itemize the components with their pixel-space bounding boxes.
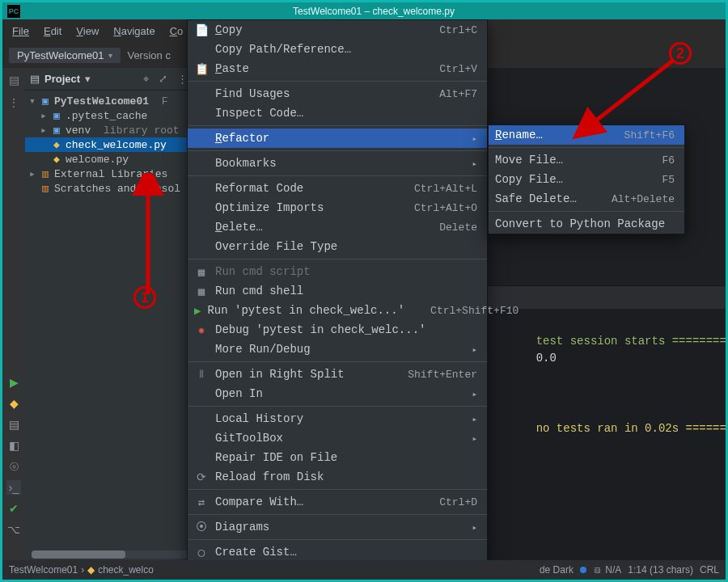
menu-item[interactable]: ⟳Reload from Disk — [188, 467, 487, 487]
structure-icon[interactable]: ▤ — [6, 417, 21, 432]
menu-item[interactable]: Find UsagesAlt+F7 — [188, 84, 487, 103]
menu-item[interactable]: Open In▸ — [188, 384, 487, 403]
menu-item[interactable]: Local History▸ — [188, 409, 487, 428]
status-line-sep[interactable]: CRL — [700, 564, 719, 576]
vcs-icon[interactable]: ⦾ — [6, 459, 21, 474]
tree-scratches[interactable]: ▥Scratches and Consol — [25, 181, 195, 196]
horizontal-scrollbar[interactable] — [32, 550, 188, 559]
menu-item[interactable]: Delete…Delete — [188, 217, 487, 237]
menu-item[interactable]: Copy File…F5 — [489, 170, 684, 189]
expand-icon[interactable]: ⤢ — [156, 73, 170, 85]
menu-view[interactable]: View — [70, 23, 105, 40]
project-selector[interactable]: PyTestWelcome01 ▾ — [9, 48, 121, 63]
menu-item[interactable]: ✸Debug 'pytest in check_welc...' — [188, 320, 487, 340]
project-pane-title: Project — [44, 73, 80, 85]
window-title: TestWelcome01 – check_welcome.py — [27, 6, 721, 17]
menu-item[interactable]: ⇄Compare With…Ctrl+D — [188, 492, 487, 512]
project-selector-label: PyTestWelcome01 — [17, 49, 104, 61]
project-tool-window: ▤ Project ▾ ⌖ ⤢ ⋮ ▾▣ PyTestWelcome01 F ▸… — [25, 68, 195, 560]
menu-file[interactable]: File — [6, 23, 36, 40]
commit-icon[interactable]: ✔ — [6, 501, 21, 516]
menu-item[interactable]: Override File Type — [188, 237, 487, 256]
chevron-down-icon: ▾ — [108, 51, 112, 60]
status-indicator-icon — [580, 567, 586, 573]
tree-folder[interactable]: ▸▣.pytest_cache — [25, 108, 195, 123]
app-icon: PC — [7, 5, 20, 18]
menu-item[interactable]: Reformat CodeCtrl+Alt+L — [188, 179, 487, 198]
tree-root[interactable]: ▾▣ PyTestWelcome01 F — [25, 94, 195, 108]
tree-external-libs[interactable]: ▸▥External Libraries — [25, 167, 195, 181]
tree-file-selected[interactable]: ◆check_welcome.py — [25, 137, 195, 152]
menu-code[interactable]: Co — [163, 23, 190, 40]
vcs-label: Version c — [127, 49, 170, 61]
menu-item[interactable]: 📄CopyCtrl+C — [188, 20, 487, 40]
menu-item[interactable]: ▶Run 'pytest in check_welc...'Ctrl+Shift… — [188, 301, 487, 320]
menu-edit[interactable]: Edit — [37, 23, 68, 40]
menu-item[interactable]: Convert to Python Package — [489, 214, 684, 234]
project-tree[interactable]: ▾▣ PyTestWelcome01 F ▸▣.pytest_cache ▸▣v… — [25, 91, 195, 199]
status-caret-pos[interactable]: 1:14 (13 chars) — [628, 564, 693, 576]
tree-folder[interactable]: ▸▣venv library root — [25, 123, 195, 137]
run-icon[interactable]: ▶ — [6, 375, 21, 390]
status-na: ⦻ N/A — [593, 564, 621, 576]
menu-item[interactable]: Inspect Code… — [188, 103, 487, 123]
status-bar: TestWelcome01› ◆ check_welco de Dark ⦻ N… — [2, 560, 726, 580]
menu-item[interactable]: Optimize ImportsCtrl+Alt+O — [188, 198, 487, 217]
menu-item[interactable]: ⦿Diagrams▸ — [188, 517, 487, 537]
folder-icon: ▤ — [30, 73, 40, 85]
git-icon[interactable]: ⌥ — [6, 522, 21, 537]
menu-item[interactable]: ◯Create Gist… — [188, 542, 487, 562]
menu-item[interactable]: GitToolBox▸ — [188, 428, 487, 448]
structure-icon[interactable]: ⋮ — [6, 95, 21, 110]
menu-item[interactable]: Move File…F6 — [489, 150, 684, 170]
menu-navigate[interactable]: Navigate — [107, 23, 161, 40]
menu-item[interactable]: Safe Delete…Alt+Delete — [489, 189, 684, 209]
menu-item[interactable]: Bookmarks▸ — [188, 154, 487, 173]
menu-item[interactable]: ▦Run cmd shell — [188, 281, 487, 301]
status-theme[interactable]: de Dark — [540, 564, 574, 576]
chevron-down-icon[interactable]: ▾ — [85, 73, 91, 85]
menu-item[interactable]: 📋PasteCtrl+V — [188, 59, 487, 78]
menu-item[interactable]: ▦Run cmd script — [188, 262, 487, 281]
breadcrumb[interactable]: TestWelcome01› ◆ check_welco — [9, 564, 154, 576]
window-titlebar: PC TestWelcome01 – check_welcome.py — [0, 0, 728, 19]
services-icon[interactable]: ◧ — [6, 438, 21, 453]
menu-item[interactable]: More Run/Debug▸ — [188, 340, 487, 359]
tree-file[interactable]: ◆welcome.py — [25, 152, 195, 167]
menu-item[interactable]: ⫴Open in Right SplitShift+Enter — [188, 365, 487, 384]
terminal-icon[interactable]: ›_ — [6, 480, 21, 495]
menu-item[interactable]: Rename…Shift+F6 — [489, 125, 684, 145]
menu-item[interactable]: Copy Path/Reference… — [188, 40, 487, 59]
tool-rail-bottom: ▶ ◆ ▤ ◧ ⦾ ›_ ✔ ⌥ — [5, 375, 23, 537]
menu-item[interactable]: Refactor▸ — [188, 129, 487, 148]
python-console-icon[interactable]: ◆ — [6, 396, 21, 411]
context-menu-refactor: Rename…Shift+F6Move File…F6Copy File…F5S… — [488, 124, 685, 234]
menu-item[interactable]: Repair IDE on File — [188, 448, 487, 467]
folder-icon[interactable]: ▤ — [6, 73, 21, 87]
select-opened-icon[interactable]: ⌖ — [141, 73, 151, 86]
context-menu-main: 📄CopyCtrl+CCopy Path/Reference…📋PasteCtr… — [187, 19, 488, 582]
